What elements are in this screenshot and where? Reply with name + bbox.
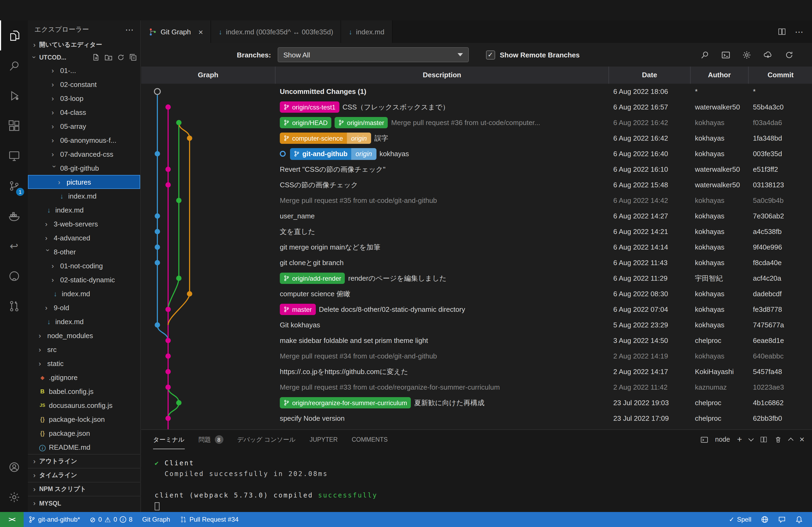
branch-label[interactable]: origin/reorganize-for-summer-curriculum [280, 397, 411, 408]
branch-label[interactable]: origin/HEAD [280, 117, 331, 128]
tree-item[interactable]: ↓index.md [28, 315, 140, 328]
fetch-icon[interactable] [763, 50, 773, 59]
panel-tab[interactable]: デバッグ コンソール [237, 430, 296, 449]
tree-item[interactable]: ›node_modules [28, 328, 140, 342]
show-remote-branches-label[interactable]: Show Remote Branches [500, 51, 580, 59]
refresh-icon[interactable] [785, 50, 794, 59]
tree-item[interactable]: Bbabel.config.js [28, 384, 140, 398]
commit-row[interactable]: masterDelete docs/8-other/02-static-dyna… [141, 302, 812, 317]
open-editors-section[interactable]: › 開いているエディター [28, 39, 140, 51]
branch-label[interactable]: origin/add-render [280, 273, 345, 284]
commit-row[interactable]: user_name6 Aug 2022 14:27kokhayas7e306ab… [141, 208, 812, 224]
tree-item[interactable]: ›01-... [28, 63, 140, 77]
terminal-output[interactable]: ✔ Client Compiled successfully in 202.08… [141, 449, 812, 511]
tree-item[interactable]: ›06-anonymous-f... [28, 133, 140, 147]
branch-label[interactable]: master [280, 304, 316, 315]
refresh-icon[interactable] [117, 54, 125, 61]
search-icon[interactable] [700, 50, 709, 59]
tree-item[interactable]: ↓index.md [28, 287, 140, 301]
terminal-dropdown-icon[interactable] [748, 436, 753, 441]
new-folder-icon[interactable] [105, 54, 112, 61]
tree-item[interactable]: JSdocusaurus.config.js [28, 398, 140, 412]
tree-item[interactable]: ›01-not-coding [28, 259, 140, 273]
tree-item[interactable]: ›pictures [28, 175, 140, 189]
tree-item[interactable]: ›08-git-github [28, 161, 140, 175]
commit-row[interactable]: Git kokhayas5 Aug 2022 23:29kokhayas7475… [141, 317, 812, 333]
commit-row[interactable]: https://.co.jpをhttps://github.comに変えた2 A… [141, 364, 812, 379]
run-debug-activity-icon[interactable] [0, 80, 28, 110]
sidebar-section[interactable]: ›アウトライン [28, 454, 140, 468]
panel-tab[interactable]: JUPYTER [309, 430, 338, 449]
back-arrow-activity-icon[interactable]: ↩ [0, 231, 28, 261]
tree-item[interactable]: {}package.json [28, 426, 140, 440]
problems-status[interactable]: ⊘ 0 ⚠ 0 i 8 [85, 512, 137, 527]
github-activity-icon[interactable] [0, 261, 28, 291]
commit-row[interactable]: git cloneとgit branch6 Aug 2022 11:43kokh… [141, 255, 812, 270]
branch-label[interactable]: computer-scienceorigin [280, 133, 371, 144]
commit-row[interactable]: Merge pull request #33 from ut-code/reor… [141, 379, 812, 395]
column-header-author[interactable]: Author [691, 66, 749, 84]
close-panel-icon[interactable]: × [799, 435, 804, 445]
tree-item[interactable]: ›static [28, 356, 140, 370]
tree-item[interactable]: ›05-array [28, 119, 140, 133]
tree-item[interactable]: ›3-web-servers [28, 217, 140, 231]
commit-row[interactable]: Uncommitted Changes (1)6 Aug 2022 18:06*… [141, 84, 812, 99]
new-file-icon[interactable] [92, 54, 100, 61]
commit-row[interactable]: Merge pull request #35 from ut-code/git-… [141, 193, 812, 208]
panel-tab[interactable]: 問題8 [199, 430, 223, 449]
trash-icon[interactable] [774, 436, 782, 443]
column-header-commit[interactable]: Commit [749, 66, 812, 84]
commit-row[interactable]: Merge pull request #34 from ut-code/git-… [141, 348, 812, 364]
tree-item[interactable]: ›02-constant [28, 77, 140, 91]
notifications-status[interactable] [791, 512, 808, 527]
spell-status[interactable]: ✓ Spell [724, 512, 756, 527]
branch-label[interactable]: origin/master [335, 117, 388, 128]
account-icon[interactable] [0, 452, 28, 482]
settings-icon[interactable] [742, 50, 751, 59]
tree-item[interactable]: ↓index.md [28, 189, 140, 203]
split-editor-icon[interactable] [778, 27, 786, 36]
sidebar-section[interactable]: ›NPM スクリプト [28, 482, 140, 496]
commit-row[interactable]: make sidebar foldable and set prism them… [141, 333, 812, 348]
language-status[interactable] [756, 512, 773, 527]
commit-row[interactable]: computer science 俯瞰6 Aug 2022 08:30kokha… [141, 286, 812, 302]
tree-item[interactable]: ›8-other [28, 245, 140, 259]
tree-item[interactable]: ›4-advanced [28, 231, 140, 245]
remote-explorer-activity-icon[interactable] [0, 140, 28, 171]
commit-row[interactable]: origin/add-renderrenderのページを編集しました6 Aug … [141, 270, 812, 286]
editor-tab[interactable]: ↓index.md (003fe35d^ ↔ 003fe35d) [211, 20, 341, 43]
branches-select[interactable]: Show All [277, 47, 468, 62]
extensions-activity-icon[interactable] [0, 110, 28, 140]
remote-indicator[interactable]: >< [0, 512, 24, 527]
feedback-status[interactable] [773, 512, 791, 527]
commit-row[interactable]: computer-scienceorigin誤字6 Aug 2022 16:42… [141, 131, 812, 146]
tree-item[interactable]: ›02-static-dynamic [28, 273, 140, 287]
tree-item[interactable]: ›03-loop [28, 91, 140, 105]
panel-tab[interactable]: ターミナル [153, 430, 185, 449]
panel-tab[interactable]: COMMENTS [352, 430, 388, 449]
pull-request-activity-icon[interactable] [0, 291, 28, 321]
column-header-graph[interactable]: Graph [141, 66, 276, 84]
docker-activity-icon[interactable] [0, 201, 28, 231]
new-terminal-icon[interactable]: + [737, 435, 742, 445]
commit-row[interactable]: git-and-githuboriginkokhayas6 Aug 2022 1… [141, 146, 812, 162]
commit-row[interactable]: Revert "CSSの節の画像チェック"6 Aug 2022 16:10wat… [141, 162, 812, 177]
explorer-activity-icon[interactable] [0, 20, 28, 50]
tree-item[interactable]: ›9-old [28, 301, 140, 315]
commit-row[interactable]: origin/reorganize-for-summer-curriculum夏… [141, 395, 812, 410]
branch-status[interactable]: git-and-github* [24, 512, 85, 527]
commit-row[interactable]: CSSの節の画像チェック6 Aug 2022 15:48waterwalker5… [141, 177, 812, 193]
tree-item[interactable]: ◆.gitignore [28, 370, 140, 384]
commit-row[interactable]: git merge origin mainなどを加筆6 Aug 2022 14:… [141, 239, 812, 255]
tree-item[interactable]: ↓index.md [28, 203, 140, 217]
branch-label[interactable]: git-and-githuborigin [290, 148, 376, 160]
commit-row[interactable]: 文を直した6 Aug 2022 14:21kokhayasa4c538fb [141, 224, 812, 239]
pull-request-status[interactable]: Pull Request #34 [175, 512, 243, 527]
terminal-icon[interactable] [721, 50, 730, 59]
commit-row[interactable]: specify Node version23 Jul 2022 17:09che… [141, 410, 812, 426]
tree-item[interactable]: ›07-advanced-css [28, 147, 140, 161]
close-tab-icon[interactable]: × [199, 27, 203, 36]
column-header-date[interactable]: Date [609, 66, 691, 84]
workspace-section[interactable]: › UTCOD... [28, 51, 140, 63]
source-control-activity-icon[interactable]: 1 [0, 171, 28, 201]
